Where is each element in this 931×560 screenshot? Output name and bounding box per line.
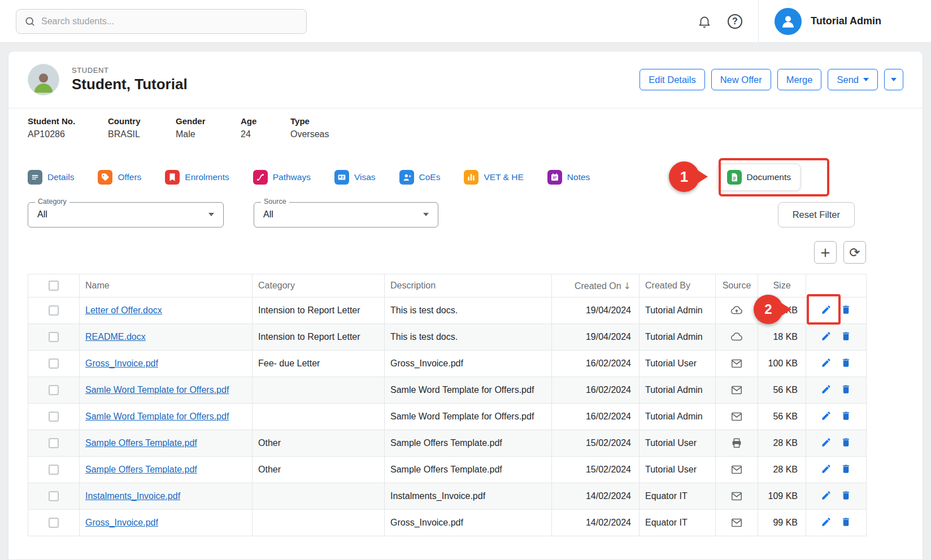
header-label: Created On — [575, 281, 621, 291]
tab-documents[interactable]: Documents — [717, 164, 801, 191]
row-checkbox[interactable] — [49, 491, 59, 501]
header-created-by[interactable]: Created By — [639, 274, 716, 298]
trash-icon — [841, 331, 851, 342]
tab-label: Enrolments — [185, 172, 229, 182]
edit-button[interactable] — [817, 435, 835, 451]
tab-coes[interactable]: CoEs — [399, 170, 441, 185]
row-checkbox[interactable] — [49, 332, 59, 342]
new-offer-button[interactable]: New Offer — [711, 69, 771, 90]
more-actions-button[interactable] — [884, 69, 903, 90]
info-label: Student No. — [28, 116, 108, 126]
category-filter-select[interactable]: Category All — [28, 202, 224, 228]
tab-offers[interactable]: Offers — [98, 170, 141, 185]
tab-enrolments[interactable]: Enrolments — [165, 170, 229, 185]
send-button[interactable]: Send — [828, 69, 878, 90]
trash-icon — [841, 357, 851, 368]
source-filter-select[interactable]: Source All — [254, 202, 438, 228]
pencil-icon — [821, 384, 832, 395]
edit-button[interactable] — [817, 488, 835, 504]
row-checkbox[interactable] — [49, 518, 59, 528]
tab-pathways[interactable]: Pathways — [253, 170, 311, 185]
edit-button[interactable] — [817, 356, 835, 371]
document-link[interactable]: Samle Word Template for Offers.pdf — [85, 412, 229, 421]
cell-size: 28 KB — [758, 430, 806, 457]
reset-filter-button[interactable]: Reset Filter — [778, 202, 855, 228]
add-icon: + — [820, 246, 830, 259]
delete-button[interactable] — [837, 409, 855, 425]
header-size[interactable]: Size — [758, 274, 806, 298]
tab-notes[interactable]: Notes — [547, 170, 590, 185]
tab-visas[interactable]: Visas — [334, 170, 376, 185]
edit-button[interactable] — [817, 462, 835, 478]
table-tools: + ⟳ — [28, 241, 866, 264]
cell-created-by: Tutorial Admin — [639, 404, 716, 430]
document-link[interactable]: README.docx — [85, 332, 146, 342]
info-value: 24 — [241, 129, 290, 139]
document-link[interactable]: Gross_Invoice.pdf — [85, 358, 158, 368]
edit-button[interactable] — [817, 303, 835, 318]
row-checkbox[interactable] — [49, 412, 59, 422]
header-name[interactable]: Name — [80, 274, 253, 298]
info-age: Age 24 — [241, 116, 290, 139]
tab-details[interactable]: Details — [28, 170, 74, 185]
cell-created-by: Equator IT — [639, 483, 716, 510]
refresh-icon: ⟳ — [849, 246, 860, 259]
tab-label: VET & HE — [484, 172, 523, 182]
document-link[interactable]: Sample Offers Template.pdf — [85, 438, 197, 448]
delete-button[interactable] — [837, 356, 855, 371]
document-link[interactable]: Gross_Invoice.pdf — [85, 518, 158, 527]
document-link[interactable]: Sample Offers Template.pdf — [85, 465, 197, 474]
row-checkbox[interactable] — [49, 305, 59, 316]
header-description[interactable]: Description — [385, 274, 552, 298]
delete-button[interactable] — [837, 435, 855, 451]
vet-he-tab-icon — [464, 170, 478, 185]
document-link[interactable]: Instalments_Invoice.pdf — [85, 491, 180, 501]
delete-button[interactable] — [837, 462, 855, 478]
notifications-button[interactable] — [697, 14, 712, 29]
edit-button[interactable] — [817, 382, 835, 398]
delete-button[interactable] — [837, 329, 855, 345]
select-all-checkbox[interactable] — [49, 281, 59, 291]
enrolments-tab-icon — [165, 170, 180, 185]
student-search[interactable] — [16, 9, 307, 34]
email-icon — [730, 517, 743, 529]
tab-label: Notes — [567, 172, 590, 182]
tab-vet-he[interactable]: VET & HE — [464, 170, 523, 185]
help-button[interactable]: ? — [728, 14, 742, 29]
chevron-down-icon — [208, 213, 214, 216]
row-checkbox[interactable] — [49, 465, 59, 475]
delete-button[interactable] — [837, 303, 855, 318]
header-source[interactable]: Source — [716, 274, 758, 298]
trash-icon — [841, 463, 851, 474]
row-checkbox[interactable] — [49, 385, 59, 395]
cell-created-on: 15/02/2024 — [552, 457, 639, 483]
edit-details-button[interactable]: Edit Details — [639, 69, 704, 90]
header-created-on[interactable]: Created On↓ — [552, 274, 639, 298]
delete-button[interactable] — [837, 382, 855, 398]
edit-button[interactable] — [817, 515, 835, 531]
row-checkbox[interactable] — [49, 438, 59, 448]
table-row: Gross_Invoice.pdf Fee- due Letter Gross_… — [28, 351, 867, 377]
row-checkbox[interactable] — [49, 358, 59, 369]
merge-button[interactable]: Merge — [777, 69, 822, 90]
search-input[interactable] — [41, 16, 298, 27]
refresh-button[interactable]: ⟳ — [843, 241, 866, 264]
edit-button[interactable] — [817, 409, 835, 425]
help-icon: ? — [728, 14, 742, 29]
coes-tab-icon — [399, 170, 414, 185]
delete-button[interactable] — [837, 488, 855, 504]
document-link[interactable]: Letter of Offer.docx — [85, 305, 162, 315]
document-link[interactable]: Samle Word Template for Offers.pdf — [85, 385, 229, 395]
edit-button[interactable] — [817, 329, 835, 345]
cell-created-on: 16/02/2024 — [552, 404, 639, 430]
add-document-button[interactable]: + — [814, 241, 837, 264]
pencil-icon — [821, 357, 832, 368]
user-menu[interactable]: Tutorial Admin — [775, 8, 915, 35]
chevron-down-icon — [863, 78, 869, 81]
email-icon — [730, 463, 743, 476]
header-category[interactable]: Category — [253, 274, 385, 298]
delete-button[interactable] — [837, 515, 855, 531]
category-filter-value: All — [37, 209, 47, 220]
tab-label: Documents — [747, 172, 791, 182]
offers-tab-icon — [98, 170, 112, 185]
